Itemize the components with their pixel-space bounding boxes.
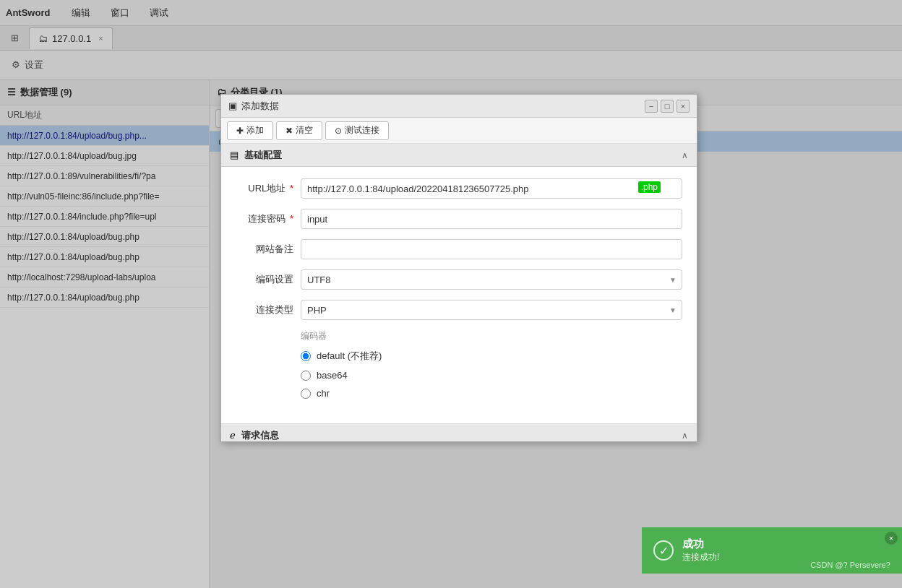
password-input[interactable]	[301, 209, 682, 229]
request-info-title: 请求信息	[241, 429, 676, 442]
encoding-row: 编码设置 UTF8 GBK GB2312	[236, 269, 682, 290]
modal-close-button[interactable]: ×	[676, 100, 690, 113]
request-info-section: ℯ 请求信息 ∧	[221, 424, 697, 441]
modal-clear-button[interactable]: ✖ 清空	[276, 121, 322, 140]
encoder-chr-radio[interactable]	[301, 389, 311, 399]
modal-toolbar: ✚ 添加 ✖ 清空 ⊙ 测试连接	[221, 118, 697, 144]
url-input[interactable]	[301, 178, 682, 199]
note-label: 网站备注	[236, 243, 293, 256]
password-label: 连接密码 *	[236, 212, 293, 225]
form-area: URL地址 * .php 连接密码 *	[221, 167, 697, 424]
modal-title-text: 添加数据	[241, 100, 279, 113]
connection-type-select[interactable]: PHP ASP ASPX JSP	[301, 300, 682, 320]
add-data-modal: ▣ 添加数据 − □ × ✚ 添加 ✖ 清空 ⊙ 测试连接 ▤ 基础配置 ∧	[220, 94, 697, 442]
modal-titlebar: ▣ 添加数据 − □ ×	[221, 95, 697, 118]
url-input-wrap: .php	[301, 178, 682, 199]
connection-type-select-wrap: PHP ASP ASPX JSP	[301, 300, 682, 320]
request-info-icon: ℯ	[230, 430, 236, 441]
basic-config-toggle[interactable]: ∧	[682, 150, 688, 160]
modal-maximize-button[interactable]: □	[661, 100, 674, 113]
modal-controls: − □ ×	[645, 100, 690, 113]
encoder-label: 编码器	[301, 330, 682, 342]
encoder-base64-label: base64	[317, 370, 348, 381]
encoding-label: 编码设置	[236, 273, 293, 286]
clear-icon: ✖	[285, 126, 293, 136]
encoder-default-row: default (不推荐)	[301, 350, 682, 363]
password-row: 连接密码 *	[236, 209, 682, 229]
toast-message: 连接成功!	[682, 551, 719, 563]
toast-close-button[interactable]: ×	[885, 532, 898, 545]
url-label: URL地址 *	[236, 182, 293, 195]
password-required-mark: *	[290, 213, 293, 224]
encoder-default-radio[interactable]	[301, 351, 311, 361]
modal-test-button[interactable]: ⊙ 测试连接	[325, 121, 389, 140]
toast-text: 成功 连接成功!	[682, 537, 719, 563]
success-toast: ✓ 成功 连接成功! × CSDN @? Persevere?	[642, 527, 902, 574]
connection-type-label: 连接类型	[236, 303, 293, 316]
request-info-header[interactable]: ℯ 请求信息 ∧	[221, 424, 697, 441]
toast-check-icon: ✓	[653, 540, 674, 561]
encoding-select[interactable]: UTF8 GBK GB2312	[301, 269, 682, 290]
request-info-toggle[interactable]: ∧	[682, 431, 688, 441]
basic-config-section-header[interactable]: ▤ 基础配置 ∧	[221, 144, 697, 167]
modal-minimize-button[interactable]: −	[645, 100, 658, 113]
encoder-chr-label: chr	[317, 388, 330, 399]
note-input[interactable]	[301, 239, 682, 259]
modal-title-icon: ▣	[228, 100, 237, 111]
basic-config-title: 基础配置	[244, 149, 676, 162]
encoder-default-label: default (不推荐)	[317, 350, 382, 363]
connection-type-row: 连接类型 PHP ASP ASPX JSP	[236, 300, 682, 320]
url-required-mark: *	[290, 183, 293, 194]
url-highlight: .php	[638, 181, 661, 193]
encoder-section: 编码器 default (不推荐) base64 chr	[236, 330, 682, 412]
encoder-chr-row: chr	[301, 388, 682, 399]
encoding-select-wrap: UTF8 GBK GB2312	[301, 269, 682, 290]
encoder-base64-radio[interactable]	[301, 371, 311, 381]
toast-source: CSDN @? Persevere?	[810, 561, 890, 569]
test-icon: ⊙	[335, 126, 342, 136]
modal-body: ▤ 基础配置 ∧ URL地址 * .php	[221, 144, 697, 441]
note-row: 网站备注	[236, 239, 682, 259]
modal-title: ▣ 添加数据	[228, 100, 639, 113]
add-icon: ✚	[236, 126, 244, 136]
form-scroll: URL地址 * .php 连接密码 *	[221, 167, 697, 441]
modal-add-button[interactable]: ✚ 添加	[227, 121, 273, 140]
encoder-base64-row: base64	[301, 370, 682, 381]
url-row: URL地址 * .php	[236, 178, 682, 199]
basic-config-icon: ▤	[230, 150, 239, 160]
toast-title: 成功	[682, 537, 719, 551]
